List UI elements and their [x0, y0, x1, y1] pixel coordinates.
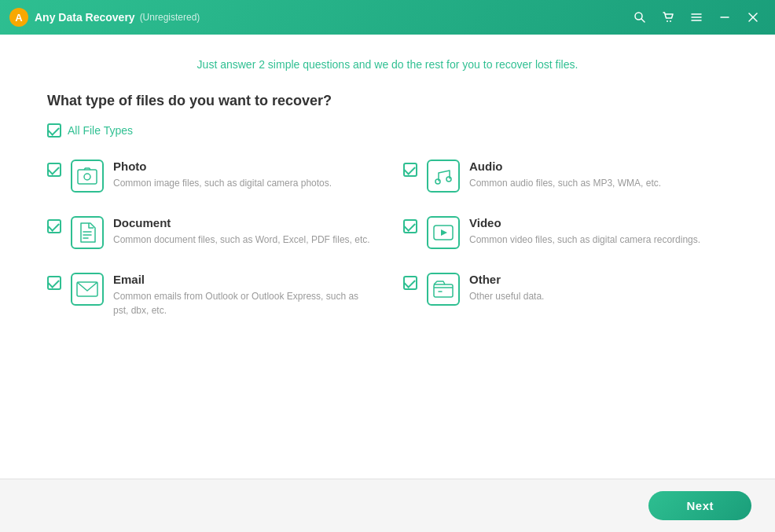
svg-rect-10	[78, 170, 97, 184]
other-icon-wrap	[427, 273, 460, 306]
svg-point-3	[670, 20, 671, 22]
audio-info: Audio Common audio files, such as MP3, W…	[469, 160, 728, 190]
titlebar: A Any Data Recovery (Unregistered)	[0, 0, 775, 35]
app-title: Any Data Recovery	[35, 11, 135, 24]
file-type-photo[interactable]: Photo Common image files, such as digita…	[47, 160, 372, 193]
content-area: Just answer 2 simple questions and we do…	[0, 35, 775, 479]
file-type-grid: Photo Common image files, such as digita…	[47, 160, 728, 317]
file-type-audio[interactable]: Audio Common audio files, such as MP3, W…	[403, 160, 728, 193]
all-file-types-row[interactable]: All File Types	[47, 123, 728, 138]
audio-name: Audio	[469, 160, 728, 173]
other-info: Other Other useful data.	[469, 273, 728, 303]
document-desc: Common document files, such as Word, Exc…	[113, 233, 372, 247]
video-icon-wrap	[427, 216, 460, 249]
video-name: Video	[469, 216, 728, 229]
email-checkbox[interactable]	[47, 276, 61, 290]
title-icons	[627, 5, 766, 30]
email-info: Email Common emails from Outlook or Outl…	[113, 273, 372, 317]
file-type-document[interactable]: Document Common document files, such as …	[47, 216, 372, 249]
other-name: Other	[469, 273, 728, 286]
photo-icon-wrap	[71, 160, 104, 193]
svg-point-11	[84, 174, 90, 180]
other-checkbox[interactable]	[403, 276, 417, 290]
logo-letter: A	[15, 12, 22, 24]
document-name: Document	[113, 216, 372, 229]
svg-point-2	[667, 20, 668, 22]
photo-desc: Common image files, such as digital came…	[113, 176, 372, 190]
menu-button[interactable]	[684, 5, 709, 30]
video-info: Video Common video files, such as digita…	[469, 216, 728, 247]
footer: Next	[0, 479, 775, 532]
svg-marker-18	[441, 229, 447, 236]
file-type-video[interactable]: Video Common video files, such as digita…	[403, 216, 728, 249]
photo-name: Photo	[113, 160, 372, 173]
email-name: Email	[113, 273, 372, 286]
cart-button[interactable]	[656, 5, 681, 30]
svg-line-1	[641, 19, 645, 22]
document-icon-wrap	[71, 216, 104, 249]
svg-point-12	[435, 179, 440, 184]
video-checkbox[interactable]	[403, 219, 417, 233]
all-file-types-checkbox[interactable]	[47, 123, 61, 138]
app-status: (Unregistered)	[140, 12, 200, 23]
other-desc: Other useful data.	[469, 289, 728, 303]
email-icon-wrap	[71, 273, 104, 306]
search-button[interactable]	[627, 5, 652, 30]
svg-point-13	[446, 177, 451, 182]
subtitle-text: Just answer 2 simple questions and we do…	[47, 58, 728, 71]
next-button[interactable]: Next	[648, 491, 751, 520]
audio-checkbox[interactable]	[403, 163, 417, 177]
audio-icon-wrap	[427, 160, 460, 193]
photo-checkbox[interactable]	[47, 163, 61, 177]
all-file-types-label[interactable]: All File Types	[68, 124, 133, 137]
document-checkbox[interactable]	[47, 219, 61, 233]
app-logo: A	[9, 8, 28, 27]
main-area: Just answer 2 simple questions and we do…	[0, 35, 775, 532]
audio-desc: Common audio files, such as MP3, WMA, et…	[469, 176, 728, 190]
svg-rect-20	[434, 284, 453, 297]
file-type-email[interactable]: Email Common emails from Outlook or Outl…	[47, 273, 372, 317]
photo-info: Photo Common image files, such as digita…	[113, 160, 372, 190]
video-desc: Common video files, such as digital came…	[469, 233, 728, 247]
question-heading: What type of files do you want to recove…	[47, 93, 728, 109]
minimize-button[interactable]	[712, 5, 737, 30]
document-info: Document Common document files, such as …	[113, 216, 372, 247]
email-desc: Common emails from Outlook or Outlook Ex…	[113, 289, 372, 317]
file-type-other[interactable]: Other Other useful data.	[403, 273, 728, 317]
close-button[interactable]	[740, 5, 766, 30]
